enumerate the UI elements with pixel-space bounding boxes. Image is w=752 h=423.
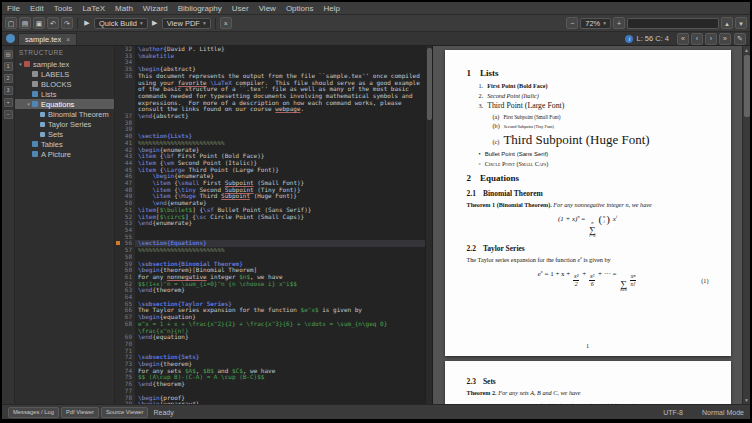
find-previous-icon[interactable]: ▴ bbox=[721, 17, 733, 29]
document-status-icon[interactable] bbox=[6, 34, 15, 43]
zoom-out-icon[interactable]: − bbox=[566, 17, 578, 29]
editor-line-33[interactable]: 33\maketitle bbox=[115, 53, 425, 60]
panel-button-messages-log[interactable]: Messages / Log bbox=[8, 407, 59, 418]
current-line-marker bbox=[116, 241, 120, 245]
panel-button-source-viewer[interactable]: Source Viewer bbox=[101, 407, 149, 418]
editor-line-38[interactable]: 38 bbox=[115, 120, 425, 127]
open-file-icon[interactable]: ▤ bbox=[19, 17, 31, 29]
editor-line-69[interactable]: 69\end{equation} bbox=[115, 334, 425, 341]
pdf-scrollbar-thumb[interactable] bbox=[744, 55, 750, 117]
editor-line-63[interactable]: 63\end{theorem} bbox=[115, 287, 425, 294]
structure-item-sample-tex[interactable]: ▾sample.tex bbox=[15, 59, 114, 69]
quick-build-label: Quick Build bbox=[99, 19, 137, 28]
scroll-up-icon[interactable]: ▲ bbox=[744, 46, 749, 54]
redo-icon[interactable]: ↷ bbox=[61, 17, 73, 29]
bookmark-3-icon[interactable]: 3 bbox=[4, 86, 13, 95]
pdf-heading-sets: 2.3 Sets bbox=[467, 377, 709, 386]
editor-line-53[interactable]: 53\end{enumerate} bbox=[115, 220, 425, 227]
next-page-icon[interactable]: › bbox=[705, 33, 717, 45]
editor-line-37[interactable]: 37\end{abstract} bbox=[115, 113, 425, 120]
pdf-list-item: 2.Second Point (Italic) bbox=[479, 92, 709, 99]
last-page-icon[interactable]: » bbox=[719, 33, 731, 45]
menu-edit[interactable]: Edit bbox=[25, 3, 49, 14]
editor-line-76[interactable]: 76\end{theorem} bbox=[115, 381, 425, 388]
editor-line-68[interactable]: 68e^x = 1 + x + \frac{x^2}{2} + \frac{x^… bbox=[115, 321, 425, 334]
menu-options[interactable]: Options bbox=[281, 3, 319, 14]
zoom-select[interactable]: 72% ▾ bbox=[580, 18, 611, 29]
section-icon bbox=[32, 141, 38, 147]
quick-build-run-button[interactable]: ▶ bbox=[82, 19, 92, 27]
pdf-scrollbar[interactable]: ▲ ▼ bbox=[742, 46, 750, 404]
menu-view[interactable]: View bbox=[254, 3, 281, 14]
pdf-list-item: (a)First Subpoint (Small Font) bbox=[493, 113, 709, 120]
find-next-icon[interactable]: ▾ bbox=[735, 17, 747, 29]
zoom-in-icon[interactable]: + bbox=[613, 17, 625, 29]
undo-icon[interactable]: ↶ bbox=[47, 17, 59, 29]
editor-scrollbar[interactable] bbox=[425, 46, 432, 404]
close-tab-icon[interactable]: × bbox=[66, 36, 70, 43]
menu-bibliography[interactable]: Bibliography bbox=[173, 3, 227, 14]
line-number[interactable]: 79 bbox=[115, 401, 135, 404]
editor-line-70[interactable]: 70 bbox=[115, 341, 425, 348]
stop-icon[interactable]: × bbox=[220, 17, 232, 29]
menu-wizard[interactable]: Wizard bbox=[138, 3, 173, 14]
structure-item-labels[interactable]: LABELS bbox=[15, 69, 114, 79]
pdf-viewer[interactable]: 1 Lists 1.First Point (Bold Face)2.Secon… bbox=[433, 46, 742, 404]
section-icon bbox=[32, 101, 38, 107]
menu-user[interactable]: User bbox=[227, 3, 254, 14]
chevron-down-icon: ▾ bbox=[203, 20, 206, 26]
structure-panel-icon[interactable]: ▤ bbox=[4, 50, 13, 59]
view-pdf-run-button[interactable]: ▶ bbox=[150, 19, 160, 27]
section-title: Sets bbox=[483, 377, 496, 386]
zoom-value: 72% bbox=[585, 19, 600, 28]
search-input[interactable] bbox=[627, 18, 719, 29]
pdf-list: 1.First Point (Bold Face)2.Second Point … bbox=[467, 82, 709, 167]
editor-panel[interactable]: 32\author{David P. Little}33\maketitle34… bbox=[115, 46, 433, 404]
menu-help[interactable]: Help bbox=[318, 3, 344, 14]
pdf-heading-binomial: 2.1 Binomial Theorem bbox=[467, 189, 709, 198]
panel-button-pdf-viewer[interactable]: Pdf Viewer bbox=[61, 407, 99, 418]
editor-line-36[interactable]: 36This document represents the output fr… bbox=[115, 73, 425, 113]
structure-item-binomial-theorem[interactable]: Binomial Theorem bbox=[15, 109, 114, 119]
tab-sample-tex[interactable]: sample.tex × bbox=[18, 33, 77, 45]
menu-latex[interactable]: LaTeX bbox=[77, 3, 110, 14]
editor-line-57[interactable]: 57%%%%%%%%%%%%%%%%%%%%%%%% bbox=[115, 247, 425, 254]
menu-math[interactable]: Math bbox=[110, 3, 138, 14]
section-number: 2.3 bbox=[467, 377, 476, 386]
texmaker-window: FileEditToolsLaTeXMathWizardBibliography… bbox=[0, 0, 752, 423]
previous-page-icon[interactable]: ‹ bbox=[691, 33, 703, 45]
line-number[interactable]: 36 bbox=[115, 73, 135, 113]
quick-build-select[interactable]: Quick Build ▾ bbox=[94, 18, 148, 29]
new-file-icon[interactable]: ▢ bbox=[5, 17, 17, 29]
bookmark-1-icon[interactable]: 1 bbox=[4, 62, 13, 71]
first-page-icon[interactable]: « bbox=[677, 33, 689, 45]
structure-item-sets[interactable]: Sets bbox=[15, 129, 114, 139]
line-number[interactable]: 68 bbox=[115, 321, 135, 334]
add-bookmark-icon[interactable]: + bbox=[4, 98, 13, 107]
editor-text-area[interactable]: 32\author{David P. Little}33\maketitle34… bbox=[115, 46, 425, 404]
view-pdf-select[interactable]: View PDF ▾ bbox=[162, 18, 211, 29]
structure-item-lists[interactable]: Lists bbox=[15, 89, 114, 99]
bookmark-2-icon[interactable]: 2 bbox=[4, 74, 13, 83]
structure-item-blocks[interactable]: BLOCKS bbox=[15, 79, 114, 89]
structure-item-equations[interactable]: ▾Equations bbox=[15, 99, 114, 109]
annotate-icon[interactable]: ✎ bbox=[734, 33, 746, 45]
editor-line-54[interactable]: 54 bbox=[115, 227, 425, 234]
pdf-theorem-1: Theorem 1 (Binomial Theorem). For any no… bbox=[467, 201, 709, 208]
remove-bookmark-icon[interactable]: − bbox=[4, 110, 13, 119]
chevron-down-icon: ▾ bbox=[140, 20, 143, 26]
cursor-position-text: L: 56 C: 4 bbox=[636, 34, 669, 43]
pdf-heading-equations: 2 Equations bbox=[467, 173, 709, 183]
structure-item-tables[interactable]: Tables bbox=[15, 139, 114, 149]
save-file-icon[interactable]: ▣ bbox=[33, 17, 45, 29]
structure-item-a-picture[interactable]: A Picture bbox=[15, 149, 114, 159]
scroll-down-icon[interactable]: ▼ bbox=[744, 396, 749, 404]
menu-file[interactable]: File bbox=[2, 3, 25, 14]
status-ready: Ready bbox=[153, 409, 173, 416]
structure-item-taylor-series[interactable]: Taylor Series bbox=[15, 119, 114, 129]
editor-scrollbar-thumb[interactable] bbox=[427, 48, 432, 120]
info-icon: i bbox=[625, 35, 633, 43]
pdf-scrollbar-track[interactable] bbox=[743, 54, 750, 396]
editor-line-79[interactable]: 79\begin{eqnarray*} bbox=[115, 401, 425, 404]
menu-tools[interactable]: Tools bbox=[49, 3, 78, 14]
